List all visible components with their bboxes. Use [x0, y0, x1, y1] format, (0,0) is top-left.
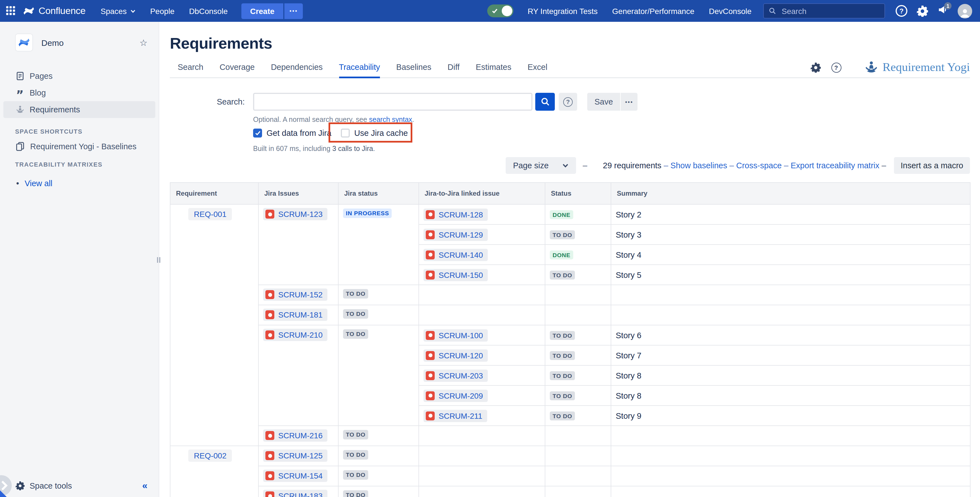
nav-item-devconsole[interactable]: DevConsole [709, 6, 751, 15]
status-lozenge: DONE [550, 250, 573, 260]
link-show-baselines[interactable]: Show baselines [670, 161, 727, 170]
global-search-input[interactable] [781, 6, 870, 16]
built-status-text: Built in 607 ms, including 3 calls to Ji… [253, 145, 970, 153]
tab-estimates[interactable]: Estimates [476, 63, 511, 77]
sidebar-item-pages[interactable]: Pages [3, 68, 155, 84]
link-export-traceability-matrix[interactable]: Export traceability matrix [791, 161, 880, 170]
jira-status-cell: TO DO [338, 446, 419, 466]
sidebar-resize-grip[interactable] [157, 257, 161, 263]
save-button[interactable]: Save [587, 93, 620, 111]
save-more-button[interactable]: ••• [621, 93, 638, 111]
search-help-button[interactable]: ? [559, 93, 577, 111]
link-cross-space[interactable]: Cross-space [736, 161, 782, 170]
jira-bug-icon [426, 371, 435, 380]
linked-issue-cell: SCRUM-211 [419, 406, 545, 426]
help-icon[interactable]: ? [831, 62, 841, 72]
nav-item-ry-integration-tests[interactable]: RY Integration Tests [528, 6, 598, 15]
nav-item-generator-performance[interactable]: Generator/Performance [612, 6, 694, 15]
global-search[interactable] [763, 3, 885, 18]
jira-issue-link[interactable]: SCRUM-154 [263, 470, 328, 482]
collapse-sidebar-icon[interactable]: « [142, 480, 148, 491]
jira-issue-cell: SCRUM-154 [258, 466, 338, 486]
sidebar-item-requirements[interactable]: Requirements [3, 101, 155, 118]
requirement-yogi-logo[interactable]: Requirement Yogi [864, 61, 970, 74]
insert-as-macro-button[interactable]: Insert as a macro [894, 157, 970, 174]
jira-issue-link[interactable]: SCRUM-125 [263, 449, 328, 462]
jira-bug-icon [266, 431, 274, 440]
tab-search[interactable]: Search [178, 63, 204, 77]
linked-issue-cell [419, 486, 545, 497]
jira-issue-link[interactable]: SCRUM-120 [423, 349, 488, 362]
page-title: Requirements [170, 34, 970, 53]
user-avatar[interactable] [958, 4, 972, 18]
use-jira-cache-checkbox[interactable] [341, 129, 350, 137]
top-navbar: Confluence SpacesPeopleDbConsole Create … [0, 0, 980, 22]
tab-excel[interactable]: Excel [527, 63, 547, 77]
space-name[interactable]: Demo [41, 38, 130, 47]
help-icon[interactable]: ? [896, 5, 907, 17]
settings-gear-icon[interactable] [810, 62, 821, 72]
jira-issue-link[interactable]: SCRUM-123 [263, 208, 328, 220]
space-tools-button[interactable]: Space tools [30, 481, 137, 490]
nav-item-spaces[interactable]: Spaces [100, 6, 135, 15]
search-row: Search: ? Save ••• [217, 93, 970, 111]
traceability-matrixes-title: TRACEABILITY MATRIXES [15, 161, 159, 168]
separator-dash: – [727, 161, 736, 170]
jira-issue-link[interactable]: SCRUM-152 [263, 288, 328, 301]
page-size-dropdown[interactable]: Page size [506, 157, 576, 174]
separator-dash: – [782, 161, 791, 170]
notifications-icon[interactable]: 1 [937, 5, 948, 18]
nav-icons: ? 1 [896, 4, 972, 18]
jira-issue-link[interactable]: SCRUM-128 [423, 208, 488, 221]
create-button[interactable]: Create [241, 3, 283, 19]
toggle-knob [502, 6, 512, 16]
tab-diff[interactable]: Diff [447, 63, 460, 77]
traceability-search-input[interactable] [253, 93, 533, 111]
jira-status-cell: TO DO [338, 285, 419, 305]
jira-issue-link[interactable]: SCRUM-183 [263, 490, 328, 497]
app-switcher-icon[interactable] [6, 6, 16, 16]
chevron-down-icon [562, 162, 569, 169]
search-button[interactable] [535, 93, 555, 111]
space-logo[interactable] [16, 34, 32, 51]
tab-coverage[interactable]: Coverage [220, 63, 255, 77]
quote-icon: ” [15, 88, 25, 97]
requirement-link[interactable]: REQ-001 [188, 208, 232, 220]
tab-dependencies[interactable]: Dependencies [271, 63, 323, 77]
confluence-logo[interactable]: Confluence [23, 5, 86, 17]
view-all-link[interactable]: View all [25, 179, 52, 188]
status-lozenge: TO DO [343, 329, 368, 339]
favorite-star-icon[interactable]: ☆ [139, 37, 148, 48]
jira-issue-link[interactable]: SCRUM-211 [423, 409, 487, 422]
sidebar-item-blog[interactable]: ” Blog [3, 84, 155, 101]
jira-issue-link[interactable]: SCRUM-210 [263, 329, 328, 341]
jira-issue-link[interactable]: SCRUM-150 [423, 269, 488, 281]
search-syntax-link[interactable]: search syntax [369, 116, 412, 124]
jira-status-cell: TO DO [338, 325, 419, 426]
linked-issue-cell [419, 446, 545, 466]
jira-issue-link[interactable]: SCRUM-129 [423, 228, 488, 241]
sidebar-item-baselines[interactable]: Requirement Yogi - Baselines [15, 142, 159, 151]
nav-item-dbconsole[interactable]: DbConsole [189, 6, 228, 15]
table-row: REQ-002SCRUM-125TO DO [170, 446, 970, 466]
summary-cell: Story 5 [611, 265, 970, 285]
settings-gear-icon[interactable] [917, 5, 928, 16]
jira-issue-link[interactable]: SCRUM-181 [263, 309, 328, 321]
tab-baselines[interactable]: Baselines [396, 63, 431, 77]
jira-bug-icon [426, 250, 435, 259]
requirement-link[interactable]: REQ-002 [188, 449, 232, 462]
jira-issue-cell: SCRUM-181 [258, 305, 338, 325]
nav-item-people[interactable]: People [150, 6, 174, 15]
jira-issue-link[interactable]: SCRUM-100 [423, 329, 488, 341]
jira-issue-link[interactable]: SCRUM-203 [423, 369, 488, 382]
jira-issue-link[interactable]: SCRUM-140 [423, 248, 488, 261]
feature-toggle[interactable] [487, 5, 514, 18]
tab-traceability[interactable]: Traceability [339, 63, 380, 78]
get-data-from-jira-checkbox[interactable] [253, 129, 262, 137]
summary-cell: Story 4 [611, 245, 970, 265]
jira-issue-link[interactable]: SCRUM-209 [423, 389, 488, 402]
table-row: REQ-001SCRUM-123IN PROGRESSSCRUM-128DONE… [170, 204, 970, 225]
view-all-item[interactable]: • View all [16, 179, 159, 188]
nav-more-button[interactable]: ••• [285, 3, 303, 19]
jira-issue-link[interactable]: SCRUM-216 [263, 429, 328, 442]
